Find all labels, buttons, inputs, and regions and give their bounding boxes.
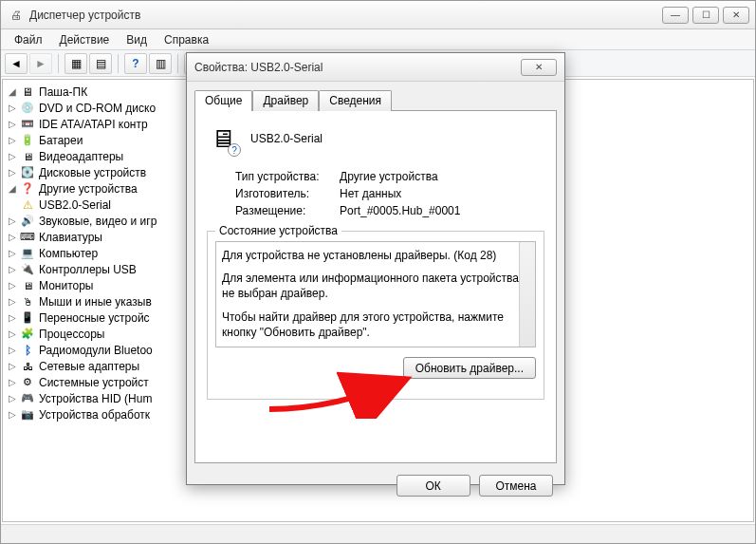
tree-item-label: Видеоадаптеры xyxy=(39,150,123,163)
display-icon xyxy=(20,149,35,164)
expand-icon[interactable]: ▷ xyxy=(7,393,18,403)
expand-icon[interactable]: ▷ xyxy=(7,135,18,145)
device-large-icon: ? xyxy=(207,122,239,155)
menu-help[interactable]: Справка xyxy=(157,31,216,48)
warning-icon xyxy=(20,197,35,213)
expand-icon[interactable]: ▷ xyxy=(7,103,18,113)
tree-item-label: USB2.0-Serial xyxy=(39,198,111,212)
tabstrip: Общие Драйвер Сведения xyxy=(187,82,564,110)
network-icon xyxy=(20,359,35,374)
expand-icon[interactable]: ▷ xyxy=(7,167,18,178)
tree-item-label: Компьютер xyxy=(39,247,98,260)
menubar: Файл Действие Вид Справка xyxy=(1,29,755,50)
expand-icon[interactable]: ▷ xyxy=(7,280,18,291)
expand-icon[interactable]: ▷ xyxy=(7,409,18,420)
mouse-icon xyxy=(20,294,35,310)
expand-icon[interactable]: ▷ xyxy=(7,264,18,274)
computer-icon xyxy=(20,84,35,100)
status-textbox[interactable]: Для устройства не установлены драйверы. … xyxy=(215,241,536,347)
computer-category-icon xyxy=(20,246,35,261)
toolbar-forward-button[interactable]: ► xyxy=(29,53,52,74)
unknown-icon xyxy=(20,181,35,197)
menu-action[interactable]: Действие xyxy=(52,31,118,48)
minimize-button[interactable]: — xyxy=(662,7,689,24)
toolbar-properties-button[interactable]: ▤ xyxy=(89,53,112,74)
tab-general[interactable]: Общие xyxy=(194,90,252,111)
expand-icon[interactable]: ▷ xyxy=(7,232,18,242)
type-value: Другие устройства xyxy=(340,170,438,183)
tree-item-label: Мониторы xyxy=(39,279,93,292)
expand-icon[interactable]: ▷ xyxy=(7,216,18,226)
status-line: Чтобы найти драйвер для этого устройства… xyxy=(222,310,529,340)
collapse-icon[interactable]: ◢ xyxy=(7,86,18,97)
tree-item-label: Переносные устройс xyxy=(39,311,150,325)
app-icon xyxy=(9,8,24,23)
toolbar-showhide-button[interactable]: ▦ xyxy=(65,53,87,74)
battery-icon xyxy=(20,133,35,148)
tree-item-label: Радиомодули Bluetoo xyxy=(39,344,153,357)
keyboard-icon xyxy=(20,230,35,245)
toolbar-separator xyxy=(58,54,59,73)
properties-dialog: Свойства: USB2.0-Serial ✕ Общие Драйвер … xyxy=(186,52,565,485)
expand-icon[interactable]: ▷ xyxy=(7,119,18,129)
dialog-close-button[interactable]: ✕ xyxy=(521,59,557,76)
expand-icon[interactable]: ▷ xyxy=(7,361,18,371)
toolbar-help-button[interactable]: ? xyxy=(124,53,147,74)
scrollbar[interactable] xyxy=(519,242,535,347)
tab-driver[interactable]: Драйвер xyxy=(252,90,319,111)
hid-icon xyxy=(20,391,35,406)
expand-icon[interactable]: ▷ xyxy=(7,248,18,258)
tree-item-label: Другие устройства xyxy=(39,182,138,196)
monitor-icon xyxy=(20,278,35,293)
expand-icon[interactable]: ▷ xyxy=(7,151,18,161)
collapse-icon[interactable]: ◢ xyxy=(7,183,18,194)
menu-file[interactable]: Файл xyxy=(7,31,50,48)
dialog-button-row: ОК Отмена xyxy=(187,471,564,506)
tree-root-label: Паша-ПК xyxy=(39,85,87,99)
expand-icon[interactable]: ▷ xyxy=(7,328,18,339)
main-titlebar: Диспетчер устройств — ☐ ✕ xyxy=(1,1,755,29)
cancel-button[interactable]: Отмена xyxy=(479,475,553,497)
tree-item-label: Сетевые адаптеры xyxy=(39,360,139,373)
device-name: USB2.0-Serial xyxy=(250,132,323,145)
tree-item-label: Клавиатуры xyxy=(39,231,102,244)
toolbar-back-button[interactable]: ◄ xyxy=(5,53,28,74)
expand-icon[interactable]: ▷ xyxy=(7,377,18,387)
type-label: Тип устройства: xyxy=(235,170,340,183)
toolbar-scan-button[interactable]: ▥ xyxy=(149,53,172,74)
tree-item-label: Дисковые устройств xyxy=(39,166,146,179)
system-icon xyxy=(20,375,35,390)
expand-icon[interactable]: ▷ xyxy=(7,345,18,355)
bluetooth-icon xyxy=(20,343,35,358)
disk-icon xyxy=(20,165,35,180)
status-line: Для устройства не установлены драйверы. … xyxy=(222,248,529,263)
device-status-group: Состояние устройства Для устройства не у… xyxy=(207,231,544,400)
tree-item-label: Мыши и иные указыв xyxy=(39,295,152,309)
tab-page-general: ? USB2.0-Serial Тип устройства:Другие ус… xyxy=(194,110,557,463)
usb-icon xyxy=(20,262,35,277)
menu-view[interactable]: Вид xyxy=(119,31,155,48)
portable-icon xyxy=(20,310,35,326)
tree-item-label: IDE ATA/ATAPI контр xyxy=(39,118,148,131)
update-driver-button[interactable]: Обновить драйвер... xyxy=(403,357,536,379)
expand-icon[interactable]: ▷ xyxy=(7,312,18,323)
maximize-button[interactable]: ☐ xyxy=(692,7,719,24)
tree-item-label: Устройства обработк xyxy=(39,408,150,422)
tree-item-label: Системные устройст xyxy=(39,376,149,389)
statusbar xyxy=(1,524,755,543)
tree-item-label: Устройства HID (Hum xyxy=(39,392,152,405)
close-button[interactable]: ✕ xyxy=(723,7,749,24)
toolbar-separator xyxy=(177,54,178,73)
window-title: Диспетчер устройств xyxy=(29,9,662,22)
tab-details[interactable]: Сведения xyxy=(319,90,392,111)
status-legend: Состояние устройства xyxy=(215,224,341,237)
loc-label: Размещение: xyxy=(235,204,340,217)
imaging-icon xyxy=(20,407,35,422)
dialog-title: Свойства: USB2.0-Serial xyxy=(194,61,521,74)
tree-item-label: Звуковые, видео и игр xyxy=(39,215,157,228)
dialog-titlebar: Свойства: USB2.0-Serial ✕ xyxy=(187,53,564,82)
expand-icon[interactable]: ▷ xyxy=(7,296,18,307)
ok-button[interactable]: ОК xyxy=(396,475,470,497)
tree-item-label: DVD и CD-ROM диско xyxy=(39,102,156,115)
mfg-label: Изготовитель: xyxy=(235,187,340,200)
